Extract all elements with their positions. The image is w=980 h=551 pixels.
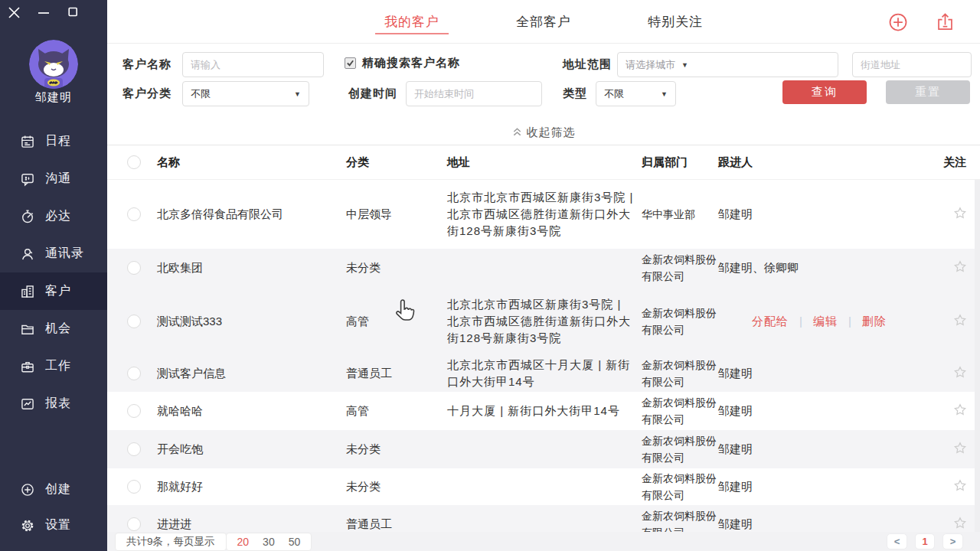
sidebar-item-work[interactable]: 工作 (0, 347, 107, 385)
chevron-down-icon: ▼ (294, 90, 301, 98)
star-icon[interactable] (952, 403, 968, 420)
table-row-hovered[interactable]: 测试测试333 高管 北京北京市西城区新康街3号院 | 北京市西城区德胜街道新街… (107, 287, 980, 355)
search-button[interactable]: 查询 (782, 80, 867, 104)
sidebar-item-communication[interactable]: 沟通 (0, 160, 107, 197)
edit-action[interactable]: 编辑 (813, 314, 838, 327)
sidebar-item-reports[interactable]: 报表 (0, 385, 107, 422)
sidebar-item-schedule[interactable]: 日程 (0, 122, 107, 160)
page-size-50[interactable]: 50 (289, 536, 301, 548)
avatar[interactable] (29, 40, 78, 89)
briefcase-icon (20, 359, 35, 374)
customer-department: 金新农饲料股份有限公司 (642, 507, 723, 532)
row-radio[interactable] (127, 367, 141, 380)
customer-category: 高管 (346, 404, 442, 419)
close-icon[interactable] (8, 6, 21, 19)
column-header-follow-star: 关注 (943, 155, 966, 170)
customer-name: 开会吃饱 (157, 442, 341, 457)
tab-special-follow[interactable]: 特别关注 (639, 0, 712, 44)
sidebar-item-bida[interactable]: 必达 (0, 197, 107, 235)
street-address-input[interactable] (852, 52, 972, 77)
row-radio[interactable] (127, 480, 141, 494)
table-body: 北京多倍得食品有限公司 中层领导 北京市北京市西城区新康街3号院 | 北京市西城… (107, 180, 980, 532)
scrollbar-track[interactable] (975, 180, 980, 532)
row-radio[interactable] (127, 404, 141, 418)
star-icon[interactable] (952, 259, 968, 277)
select-all-radio[interactable] (127, 155, 141, 169)
maximize-icon[interactable] (67, 7, 78, 18)
sidebar-item-contacts[interactable]: 通讯录 (0, 235, 107, 272)
delete-action[interactable]: 删除 (862, 314, 887, 327)
customer-follower: 邹建明 (718, 442, 940, 457)
sidebar-item-customers[interactable]: 客户 (0, 272, 107, 310)
exact-search-checkbox-wrap[interactable]: 精确搜索客户名称 (345, 56, 460, 70)
row-radio[interactable] (127, 517, 141, 531)
customer-follower: 邹建明 (718, 367, 940, 381)
table-row[interactable]: 那就好好 未分类 金新农饲料股份有限公司 邹建明 (107, 468, 980, 505)
page-size-20[interactable]: 20 (237, 536, 250, 548)
customer-category-label: 客户分类 (122, 86, 172, 101)
prev-page-button[interactable]: < (887, 533, 907, 549)
table-row[interactable]: 开会吃饱 未分类 金新农饲料股份有限公司 邹建明 (107, 430, 980, 468)
customer-category: 未分类 (346, 442, 442, 457)
export-icon[interactable] (935, 11, 956, 32)
checkbox-checked-icon[interactable] (345, 57, 356, 69)
customer-name: 测试客户信息 (157, 367, 341, 381)
sidebar-item-settings[interactable]: 设置 (0, 507, 107, 543)
star-icon[interactable] (952, 206, 968, 223)
sidebar-item-create[interactable]: 创建 (0, 471, 107, 507)
row-radio[interactable] (127, 261, 141, 275)
window-controls (8, 6, 78, 19)
customer-name-input[interactable] (182, 52, 324, 77)
table-row[interactable]: 测试客户信息 普通员工 北京北京市西城区十月大厦 | 新街口外大街甲14号 金新… (107, 355, 980, 392)
column-header-name: 名称 (157, 155, 341, 170)
tab-all-customers[interactable]: 全部客户 (507, 0, 580, 44)
customer-follower: 邹建明 (718, 480, 940, 494)
table-row[interactable]: 北欧集团 未分类 金新农饲料股份有限公司 邹建明、徐卿卿 (107, 249, 980, 287)
customer-category: 普通员工 (346, 517, 442, 532)
customer-department: 金新农饲料股份有限公司 (642, 305, 723, 338)
star-icon[interactable] (952, 365, 968, 383)
table-row[interactable]: 就哈哈哈 高管 十月大厦 | 新街口外大街甲14号 金新农饲料股份有限公司 邹建… (107, 392, 980, 430)
topbar: 我的客户 全部客户 特别关注 (107, 0, 980, 44)
table-row[interactable]: 进进进 普通员工 金新农饲料股份有限公司 邹建明 (107, 505, 980, 532)
tab-my-customers[interactable]: 我的客户 (375, 0, 449, 44)
star-icon[interactable] (952, 478, 968, 496)
customer-name-label: 客户名称 (122, 57, 172, 72)
gear-icon (20, 518, 35, 533)
collapse-filters-label: 收起筛选 (527, 126, 576, 140)
add-customer-icon[interactable] (887, 11, 909, 33)
customer-category: 中层领导 (346, 207, 442, 222)
customer-follower: 邹建明 (718, 517, 940, 532)
assign-action[interactable]: 分配给 (752, 314, 789, 327)
exact-search-label: 精确搜索客户名称 (362, 56, 460, 70)
sidebar-item-opportunities[interactable]: 机会 (0, 310, 107, 347)
column-header-category: 分类 (346, 155, 442, 170)
page-size-30[interactable]: 30 (263, 536, 275, 548)
type-select[interactable]: 不限 ▼ (596, 81, 676, 106)
city-select[interactable]: 请选择城市 ▼ (617, 52, 838, 77)
row-radio[interactable] (127, 315, 141, 328)
star-icon[interactable] (952, 441, 968, 458)
topbar-actions (887, 0, 980, 44)
reset-button[interactable]: 重置 (886, 80, 970, 104)
row-radio[interactable] (127, 207, 141, 221)
folder-icon (20, 321, 35, 337)
category-select[interactable]: 不限 ▼ (182, 81, 309, 106)
customer-department: 金新农饲料股份有限公司 (642, 251, 723, 285)
customer-name: 北京多倍得食品有限公司 (157, 207, 341, 222)
create-time-label: 创建时间 (348, 86, 397, 101)
action-separator: | (799, 314, 802, 327)
next-page-button[interactable]: > (942, 533, 963, 549)
row-radio[interactable] (127, 442, 141, 456)
current-page-button[interactable]: 1 (915, 533, 935, 549)
sidebar-item-label: 创建 (45, 481, 71, 497)
type-select-value: 不限 (604, 87, 624, 101)
sidebar-item-label: 设置 (45, 517, 71, 533)
minimize-icon[interactable] (38, 6, 50, 19)
star-icon[interactable] (952, 516, 968, 533)
collapse-filters[interactable]: 收起筛选 (107, 121, 980, 145)
sidebar-item-label: 通讯录 (45, 246, 84, 262)
table-row[interactable]: 北京多倍得食品有限公司 中层领导 北京市北京市西城区新康街3号院 | 北京市西城… (107, 180, 980, 249)
star-icon[interactable] (952, 312, 968, 330)
create-time-input[interactable] (406, 81, 542, 106)
